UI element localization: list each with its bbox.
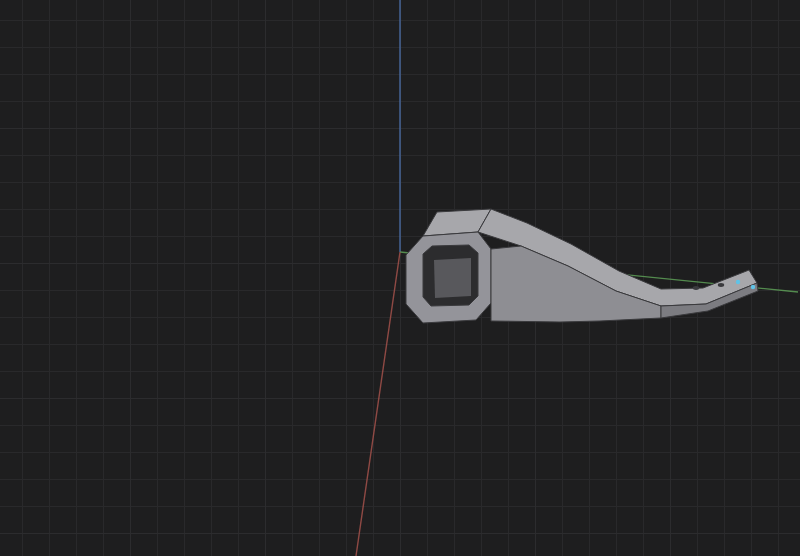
x-axis-line (356, 252, 400, 556)
model-tip-hole-2[interactable] (718, 283, 724, 287)
selected-vertex-2[interactable] (751, 285, 755, 289)
model-tip-hole-1[interactable] (693, 286, 699, 290)
model-bracket[interactable] (406, 209, 758, 323)
scene-canvas[interactable] (0, 0, 800, 556)
selected-vertex-1[interactable] (736, 280, 740, 284)
viewport-3d[interactable] (0, 0, 800, 556)
model-hole-back-face (434, 258, 471, 298)
